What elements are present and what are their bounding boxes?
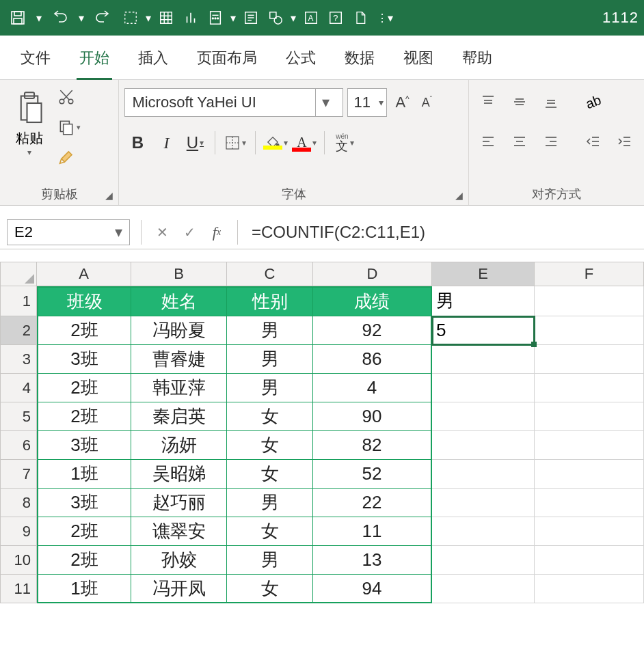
save-dropdown-icon[interactable]: ▾ [34,12,44,25]
cell-D8[interactable]: 22 [313,489,432,517]
calc-dropdown-icon[interactable]: ▾ [228,12,238,25]
font-color-button[interactable]: A ▾ [291,129,317,156]
cell-E2[interactable]: 5 [432,316,535,345]
qat-customize-icon[interactable]: ⋮▾ [373,5,397,30]
border-draw-icon[interactable] [119,5,142,30]
row-header-9[interactable]: 9 [0,517,37,546]
cell-E7[interactable] [432,460,535,489]
row-header-8[interactable]: 8 [0,489,37,517]
textbox-icon[interactable]: A [299,5,323,30]
cell-E8[interactable] [432,489,535,517]
cell-A4[interactable]: 2班 [37,374,131,402]
document-icon[interactable] [349,5,372,30]
cell-F2[interactable] [535,316,644,345]
align-left-button[interactable] [474,128,502,155]
cell-E3[interactable] [432,345,535,374]
cell-E10[interactable] [432,546,535,575]
fill-color-button[interactable]: ▾ [263,129,289,156]
cell-B8[interactable]: 赵巧丽 [131,489,227,517]
cell-B7[interactable]: 吴昭娣 [131,460,227,489]
row-header-11[interactable]: 11 [0,575,37,603]
cell-F6[interactable] [535,431,644,460]
undo-dropdown-icon[interactable]: ▾ [77,12,86,25]
col-header-C[interactable]: C [227,262,313,286]
tab-layout[interactable]: 页面布局 [194,44,260,79]
cell-E4[interactable] [432,374,535,402]
cell-C9[interactable]: 女 [227,517,313,546]
cell-A5[interactable]: 2班 [37,402,131,431]
cell-D5[interactable]: 90 [313,402,432,431]
row-header-5[interactable]: 5 [0,402,37,431]
cell-E5[interactable] [432,402,535,431]
cell-E9[interactable] [432,517,535,546]
increase-indent-button[interactable] [611,128,639,155]
tab-file[interactable]: 文件 [18,44,53,79]
cell-C7[interactable]: 女 [227,460,313,489]
row-header-7[interactable]: 7 [0,460,37,489]
cell-A10[interactable]: 2班 [37,546,131,575]
spreadsheet-grid[interactable]: A B C D E F 1 班级 姓名 性别 成绩 男 2 2班 冯盼夏 男 9… [0,262,644,603]
cell-D10[interactable]: 13 [313,546,432,575]
form-icon[interactable] [239,5,263,30]
cell-C4[interactable]: 男 [227,374,313,402]
shrink-font-button[interactable]: Aˇ [418,96,436,110]
cell-D4[interactable]: 4 [313,374,432,402]
shapes-dropdown-icon[interactable]: ▾ [289,12,298,25]
cell-C6[interactable]: 女 [227,431,313,460]
clipboard-launcher-icon[interactable]: ◢ [105,190,113,201]
row-header-2[interactable]: 2 [0,316,37,345]
cell-F5[interactable] [535,402,644,431]
row-header-1[interactable]: 1 [0,286,37,316]
cell-A9[interactable]: 2班 [37,517,131,546]
cell-C1[interactable]: 性别 [227,286,313,316]
bold-button[interactable]: B [124,129,150,156]
tab-help[interactable]: 帮助 [459,44,495,79]
cell-F3[interactable] [535,345,644,374]
cell-C5[interactable]: 女 [227,402,313,431]
paste-button[interactable]: 粘贴 ▾ [5,83,53,165]
cell-B5[interactable]: 秦启英 [131,402,227,431]
tab-view[interactable]: 视图 [401,44,436,79]
row-header-4[interactable]: 4 [0,374,37,402]
cell-F7[interactable] [535,460,644,489]
row-header-3[interactable]: 3 [0,345,37,374]
cell-A11[interactable]: 1班 [37,575,131,603]
border-dropdown-icon[interactable]: ▾ [144,12,153,25]
cell-F9[interactable] [535,517,644,546]
cell-D9[interactable]: 11 [313,517,432,546]
save-icon[interactable] [3,5,33,30]
cut-button[interactable] [57,87,93,107]
cell-C3[interactable]: 男 [227,345,313,374]
chevron-down-icon[interactable]: ▾ [115,223,122,241]
cell-B6[interactable]: 汤妍 [131,431,227,460]
cell-B9[interactable]: 谯翠安 [131,517,227,546]
cell-E6[interactable] [432,431,535,460]
chevron-down-icon[interactable]: ▾ [379,97,384,108]
format-painter-button[interactable] [57,147,93,167]
cell-D7[interactable]: 52 [313,460,432,489]
cell-F8[interactable] [535,489,644,517]
col-header-D[interactable]: D [313,262,432,286]
cell-F10[interactable] [535,546,644,575]
italic-button[interactable]: I [153,129,179,156]
formula-accept-button[interactable]: ✓ [176,224,203,241]
shapes-icon[interactable] [264,5,287,30]
cell-E1[interactable]: 男 [432,286,535,316]
cell-C2[interactable]: 男 [227,316,313,345]
font-name-select[interactable]: Microsoft YaHei UI ▾ [124,88,343,117]
row-header-10[interactable]: 10 [0,546,37,575]
cell-A8[interactable]: 3班 [37,489,131,517]
underline-button[interactable]: U▾ [182,129,208,156]
cell-B2[interactable]: 冯盼夏 [131,316,227,345]
align-bottom-button[interactable] [537,88,565,115]
cell-A1[interactable]: 班级 [37,286,131,316]
formula-cancel-button[interactable]: ✕ [148,224,176,241]
cell-F4[interactable] [535,374,644,402]
insert-function-button[interactable]: fx [203,223,230,241]
col-header-F[interactable]: F [535,262,644,286]
cell-B4[interactable]: 韩亚萍 [131,374,227,402]
decrease-indent-button[interactable] [580,128,607,155]
cell-D11[interactable]: 94 [313,575,432,603]
cell-D3[interactable]: 86 [313,345,432,374]
table-icon[interactable] [155,5,178,30]
